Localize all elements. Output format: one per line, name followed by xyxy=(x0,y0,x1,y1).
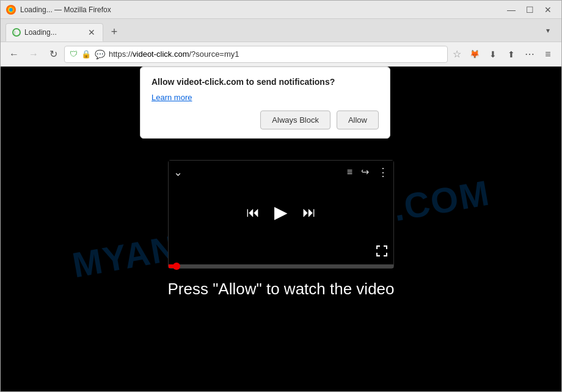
video-more-button[interactable]: ⋮ xyxy=(378,165,389,179)
video-prev-button[interactable]: ⏮ xyxy=(246,205,260,220)
menu-button[interactable]: ≡ xyxy=(539,46,557,63)
nav-bar: ← → ↻ 🛡 🔒 💬 https://videot-click.com/?so… xyxy=(1,42,561,67)
window-frame: Loading... — Mozilla Firefox — ☐ ✕ ! Loa… xyxy=(0,0,562,392)
forward-button[interactable]: → xyxy=(25,46,42,63)
download-button[interactable]: ⬇ xyxy=(484,46,502,63)
video-player: ⌄ ≡ ↪ ⋮ ⏮ ▶ ⏭ xyxy=(168,160,394,269)
tab-bar: ! Loading... ✕ + ▾ xyxy=(1,19,561,42)
back-button[interactable]: ← xyxy=(5,46,23,63)
video-bottom xyxy=(376,245,387,260)
title-bar: Loading... — Mozilla Firefox — ☐ ✕ xyxy=(1,1,561,19)
pocket-button[interactable]: 🦊 xyxy=(466,46,483,63)
address-bar[interactable]: 🛡 🔒 💬 https://videot-click.com/?source=m… xyxy=(64,46,448,63)
notification-icon: 💬 xyxy=(95,49,105,59)
tab-close-button[interactable]: ✕ xyxy=(87,27,97,37)
always-block-button[interactable]: Always Block xyxy=(260,111,330,129)
tab-bar-right: ▾ xyxy=(539,22,557,39)
share-button[interactable]: ⬆ xyxy=(503,46,520,63)
video-chevron-down-button[interactable]: ⌄ xyxy=(173,165,183,179)
video-share-button[interactable]: ↪ xyxy=(361,166,369,178)
svg-text:!: ! xyxy=(14,30,15,35)
window-title: Loading... — Mozilla Firefox xyxy=(20,5,111,14)
tab-favicon: ! xyxy=(12,28,21,37)
extensions-button[interactable]: ⋯ xyxy=(521,46,538,63)
close-button[interactable]: ✕ xyxy=(539,3,557,16)
video-progress-bar[interactable] xyxy=(169,264,393,268)
address-protocol: https:// xyxy=(109,49,133,59)
popup-buttons: Always Block Allow xyxy=(151,111,379,129)
active-tab[interactable]: ! Loading... ✕ xyxy=(5,23,103,42)
video-area: ⌄ ≡ ↪ ⋮ ⏮ ▶ ⏭ xyxy=(169,161,393,264)
video-top-right: ≡ ↪ ⋮ xyxy=(347,165,389,179)
press-allow-text: Press "Allow" to watch the video xyxy=(167,280,394,299)
firefox-icon xyxy=(5,4,16,15)
video-playlist-button[interactable]: ≡ xyxy=(347,167,352,178)
video-controls-top: ⌄ ≡ ↪ ⋮ xyxy=(173,165,389,179)
new-tab-button[interactable]: + xyxy=(106,23,123,40)
video-next-button[interactable]: ⏭ xyxy=(302,205,316,220)
address-path: /?source=my1 xyxy=(189,49,239,59)
security-shield-icon: 🛡 xyxy=(70,49,78,59)
bookmark-button[interactable]: ☆ xyxy=(450,48,464,60)
title-bar-controls: — ☐ ✕ xyxy=(503,3,557,16)
maximize-button[interactable]: ☐ xyxy=(521,3,538,16)
video-top-left: ⌄ xyxy=(173,165,183,179)
reload-button[interactable]: ↻ xyxy=(45,46,62,63)
page-content: MYANTISPYWARE.COM Allow videot-click.com… xyxy=(1,67,561,391)
video-transport: ⏮ ▶ ⏭ xyxy=(246,202,316,222)
video-fullscreen-button[interactable] xyxy=(376,245,387,260)
video-progress-thumb xyxy=(173,263,180,270)
lock-icon: 🔒 xyxy=(81,49,91,59)
title-bar-left: Loading... — Mozilla Firefox xyxy=(5,4,111,15)
popup-learn-more-link[interactable]: Learn more xyxy=(151,93,192,102)
tab-label: Loading... xyxy=(24,28,83,37)
popup-title: Allow videot-click.com to send notificat… xyxy=(151,77,379,87)
nav-right-buttons: 🦊 ⬇ ⬆ ⋯ ≡ xyxy=(466,46,557,63)
tab-list-button[interactable]: ▾ xyxy=(539,22,557,39)
address-domain: videot-click.com xyxy=(133,49,189,59)
notification-popup: Allow videot-click.com to send notificat… xyxy=(140,67,390,139)
minimize-button[interactable]: — xyxy=(503,3,520,16)
address-text: https://videot-click.com/?source=my1 xyxy=(109,49,442,59)
video-play-button[interactable]: ▶ xyxy=(274,202,288,222)
allow-button[interactable]: Allow xyxy=(337,111,379,129)
